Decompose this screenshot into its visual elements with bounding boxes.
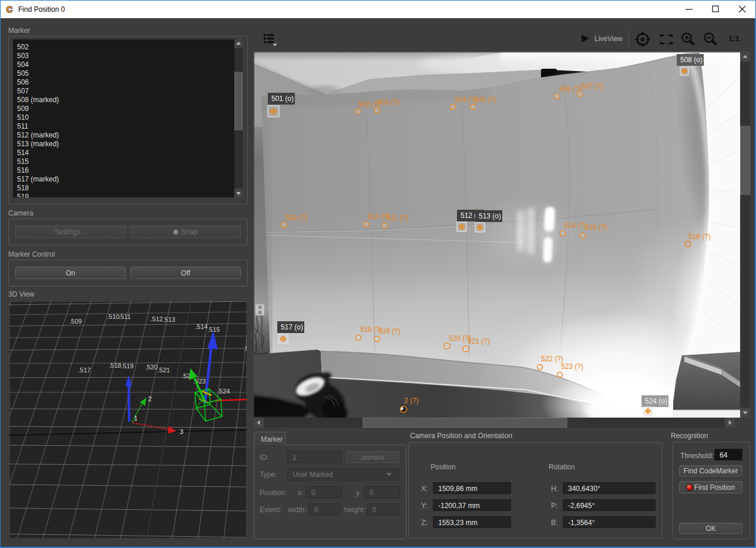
svg-text:1:1: 1:1 [728, 34, 740, 43]
svg-text:509 (?): 509 (?) [285, 214, 308, 222]
svg-text:503 (?): 503 (?) [377, 98, 399, 106]
svg-text:523 (?): 523 (?) [561, 362, 583, 371]
svg-text:.515: .515 [207, 326, 220, 333]
svg-text:.513: .513 [163, 316, 175, 323]
svg-text:LiveView: LiveView [594, 35, 623, 43]
svg-text:511 (?): 511 (?) [387, 214, 408, 222]
svg-text:508 (o): 508 (o) [680, 56, 703, 64]
svg-text:514 (?): 514 (?) [564, 221, 586, 230]
svg-text:513 (o): 513 (o) [479, 212, 501, 220]
svg-text:.518: .518 [109, 362, 121, 369]
svg-text:501 (o): 501 (o) [271, 95, 294, 103]
svg-text:.509: .509 [69, 318, 82, 325]
svg-text:517 (o): 517 (o) [281, 323, 303, 331]
svg-text:524 (o): 524 (o) [645, 397, 667, 405]
svg-text:.510: .510 [107, 313, 119, 320]
svg-text:3: 3 [180, 428, 183, 435]
svg-text:.521: .521 [157, 367, 170, 374]
svg-text:522 (?): 522 (?) [541, 355, 563, 363]
svg-text:1: 1 [134, 415, 137, 422]
svg-text:2: 2 [148, 395, 152, 402]
svg-text:521 (?): 521 (?) [468, 337, 490, 345]
svg-text:507 (?): 507 (?) [581, 82, 603, 90]
svg-text:505 (?): 505 (?) [474, 96, 496, 104]
svg-text:.519: .519 [121, 362, 133, 369]
svg-text:.5: .5 [244, 345, 247, 352]
svg-text:.514: .514 [195, 323, 207, 330]
svg-text:515 (?): 515 (?) [585, 223, 607, 231]
svg-text:.517: .517 [78, 367, 90, 374]
svg-text:.511: .511 [119, 313, 131, 320]
svg-text:C: C [6, 5, 12, 14]
svg-text:516 (?): 516 (?) [688, 233, 711, 241]
svg-text:2 (?): 2 (?) [404, 396, 419, 405]
svg-text:519 (?): 519 (?) [378, 327, 401, 335]
svg-text:.524: .524 [217, 388, 230, 395]
svg-text:.520: .520 [145, 364, 157, 371]
svg-text:.512: .512 [150, 315, 163, 322]
